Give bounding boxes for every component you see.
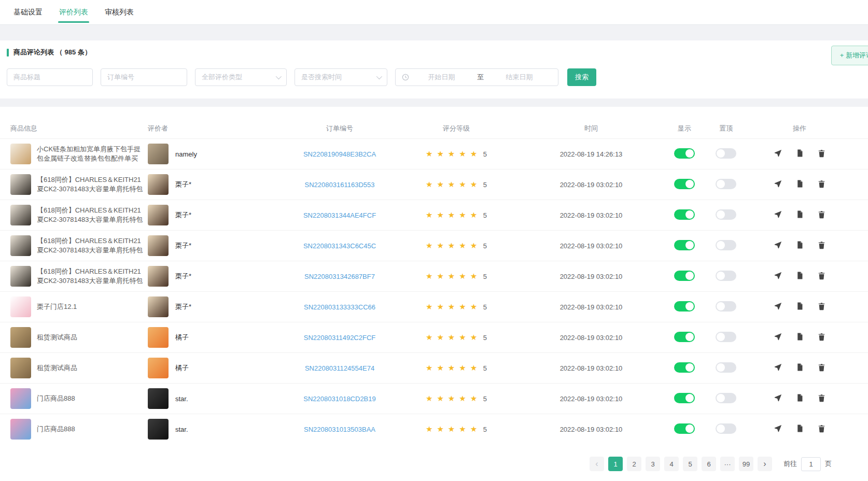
show-toggle[interactable]: [674, 148, 695, 159]
page-button-2[interactable]: 2: [627, 457, 641, 471]
order-number-link[interactable]: SN2208031124554E74: [305, 364, 374, 372]
document-icon[interactable]: [795, 393, 804, 402]
delete-icon[interactable]: [817, 179, 826, 188]
send-icon[interactable]: [774, 240, 782, 249]
show-toggle[interactable]: [674, 362, 695, 373]
reviewer-avatar: [148, 235, 169, 256]
document-icon[interactable]: [795, 179, 804, 188]
reviewer-name: 橘子: [175, 333, 189, 342]
order-number-link[interactable]: SN22080311492C2FCF: [304, 334, 376, 342]
page-button-4[interactable]: 4: [664, 457, 679, 471]
time-cell: 2022-08-19 14:26:13: [519, 150, 664, 158]
order-number-link[interactable]: SN2208190948E3B2CA: [303, 150, 376, 158]
document-icon[interactable]: [795, 332, 804, 341]
send-icon[interactable]: [774, 210, 782, 219]
pin-top-toggle[interactable]: [716, 240, 736, 250]
pages-ellipsis[interactable]: ···: [720, 457, 735, 471]
action-icons: [774, 393, 826, 402]
pin-top-toggle[interactable]: [716, 148, 736, 159]
page-button-1[interactable]: 1: [608, 457, 623, 471]
document-icon[interactable]: [795, 149, 804, 158]
pin-top-toggle[interactable]: [716, 301, 736, 312]
end-date-placeholder[interactable]: 结束日期: [487, 73, 552, 82]
document-icon[interactable]: [795, 424, 804, 433]
pin-top-toggle[interactable]: [716, 209, 736, 220]
panel-header: 商品评论列表 （ 985 条）: [7, 48, 861, 57]
order-number-link[interactable]: SN220803133333CC66: [304, 303, 375, 311]
search-time-select[interactable]: 是否搜索时间: [295, 68, 387, 86]
pin-top-cell: [705, 240, 747, 252]
next-page-button[interactable]: ›: [758, 457, 772, 471]
delete-icon[interactable]: [817, 240, 826, 249]
prev-page-button[interactable]: ‹: [590, 457, 604, 471]
tab-basic-settings[interactable]: 基础设置: [13, 0, 43, 24]
send-icon[interactable]: [774, 271, 782, 280]
pin-top-toggle[interactable]: [716, 271, 736, 281]
pin-top-toggle[interactable]: [716, 362, 736, 373]
document-icon[interactable]: [795, 210, 804, 219]
send-icon[interactable]: [774, 179, 782, 188]
order-number-link[interactable]: SN220803161163D553: [305, 181, 375, 189]
product-title: 栗子门店12.1: [37, 302, 147, 312]
delete-icon[interactable]: [817, 271, 826, 280]
star-icon: ★: [448, 241, 455, 250]
order-number-link[interactable]: SN2208031344AE4FCF: [303, 211, 376, 219]
rating-cell: ★★★★★ 5: [394, 302, 519, 312]
show-toggle[interactable]: [674, 393, 695, 403]
document-icon[interactable]: [795, 240, 804, 249]
reviewer-avatar: [148, 174, 169, 195]
pin-top-toggle[interactable]: [716, 423, 736, 434]
send-icon[interactable]: [774, 149, 782, 158]
page-button-3[interactable]: 3: [646, 457, 660, 471]
delete-icon[interactable]: [817, 393, 826, 402]
tab-review-list[interactable]: 评价列表: [59, 0, 88, 24]
show-toggle[interactable]: [674, 423, 695, 434]
page-button-6[interactable]: 6: [702, 457, 716, 471]
send-icon[interactable]: [774, 302, 782, 310]
search-button[interactable]: 搜索: [567, 68, 596, 86]
header-reviewer: 评价者: [148, 124, 285, 133]
rating-cell: ★★★★★ 5: [394, 425, 519, 434]
delete-icon[interactable]: [817, 363, 826, 372]
tab-audit-list[interactable]: 审核列表: [105, 0, 134, 24]
show-toggle[interactable]: [674, 240, 695, 250]
order-number-link[interactable]: SN2208031343C6C45C: [303, 242, 376, 250]
actions-cell: [747, 332, 868, 343]
page-button-5[interactable]: 5: [683, 457, 697, 471]
document-icon[interactable]: [795, 302, 804, 310]
table-body: 小CK链条加粗加宽单肩腋下包手提包金属链子改造替换包包配件单买 namely S…: [0, 138, 868, 444]
add-review-button[interactable]: + 新增评论: [831, 46, 868, 65]
pin-top-toggle[interactable]: [716, 179, 736, 189]
review-type-select[interactable]: 全部评价类型: [195, 68, 287, 86]
document-icon[interactable]: [795, 363, 804, 372]
goto-page-input[interactable]: [801, 457, 821, 471]
send-icon[interactable]: [774, 424, 782, 433]
delete-icon[interactable]: [817, 332, 826, 341]
start-date-placeholder[interactable]: 开始日期: [409, 73, 474, 82]
pin-top-toggle[interactable]: [716, 393, 736, 403]
show-toggle[interactable]: [674, 332, 695, 342]
delete-icon[interactable]: [817, 149, 826, 158]
order-no-input[interactable]: 订单编号: [101, 68, 187, 86]
show-toggle[interactable]: [674, 271, 695, 281]
order-number-link[interactable]: SN2208031018CD2B19: [303, 395, 376, 403]
send-icon[interactable]: [774, 332, 782, 341]
pin-top-toggle[interactable]: [716, 332, 736, 342]
product-title-input[interactable]: 商品标题: [7, 68, 93, 86]
delete-icon[interactable]: [817, 302, 826, 310]
show-toggle[interactable]: [674, 209, 695, 220]
send-icon[interactable]: [774, 363, 782, 372]
show-toggle[interactable]: [674, 179, 695, 189]
star-icon: ★: [470, 394, 477, 403]
delete-icon[interactable]: [817, 424, 826, 433]
send-icon[interactable]: [774, 393, 782, 402]
order-number-link[interactable]: SN2208031342687BF7: [304, 273, 375, 280]
order-number-link[interactable]: SN2208031013503BAA: [304, 426, 375, 433]
page-button-99[interactable]: 99: [739, 457, 753, 471]
delete-icon[interactable]: [817, 210, 826, 219]
star-icon: ★: [470, 302, 477, 312]
date-range-picker[interactable]: 开始日期 至 结束日期: [395, 68, 558, 86]
stars: ★★★★★: [426, 180, 481, 189]
document-icon[interactable]: [795, 271, 804, 280]
show-toggle[interactable]: [674, 301, 695, 312]
